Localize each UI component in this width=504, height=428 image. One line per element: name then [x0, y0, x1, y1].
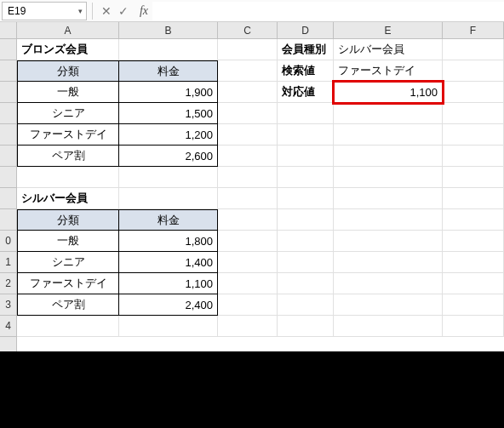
- silver-row-cat[interactable]: ペア割: [17, 294, 119, 316]
- select-all-corner[interactable]: [0, 22, 17, 39]
- cell[interactable]: [443, 209, 504, 231]
- cell[interactable]: [17, 167, 119, 188]
- lookup-key-searchvalue[interactable]: 検索値: [278, 60, 334, 82]
- row-header[interactable]: [0, 209, 16, 231]
- cell[interactable]: [119, 39, 218, 60]
- cell[interactable]: [278, 209, 334, 231]
- cell[interactable]: [443, 167, 504, 188]
- cell[interactable]: [218, 316, 278, 337]
- silver-row-price[interactable]: 1,100: [119, 273, 218, 294]
- col-header-E[interactable]: E: [334, 22, 443, 38]
- silver-row-cat[interactable]: ファーストデイ: [17, 273, 119, 294]
- name-box[interactable]: E19 ▾: [2, 2, 87, 20]
- cell[interactable]: [278, 252, 334, 273]
- row-header[interactable]: [0, 167, 16, 188]
- cell[interactable]: [278, 294, 334, 316]
- row-header[interactable]: 1: [0, 252, 16, 273]
- cell[interactable]: [278, 124, 334, 146]
- bronze-row-cat[interactable]: 一般: [17, 82, 119, 103]
- row-header[interactable]: [0, 146, 16, 167]
- cancel-icon[interactable]: ✕: [98, 3, 115, 20]
- col-header-category[interactable]: 分類: [17, 60, 119, 82]
- worksheet-grid[interactable]: ABCDEF 01234 ブロンズ会員分類料金一般1,900シニア1,500ファ…: [0, 22, 504, 351]
- lookup-key-membertype[interactable]: 会員種別: [278, 39, 334, 60]
- col-header-category[interactable]: 分類: [17, 209, 119, 231]
- silver-row-cat[interactable]: シニア: [17, 252, 119, 273]
- cell[interactable]: [334, 146, 443, 167]
- formula-input[interactable]: [152, 2, 504, 20]
- bronze-row-price[interactable]: 2,600: [119, 146, 218, 167]
- bronze-title[interactable]: ブロンズ会員: [17, 39, 119, 60]
- cell[interactable]: [443, 103, 504, 124]
- row-header[interactable]: [0, 103, 16, 124]
- col-header-A[interactable]: A: [17, 22, 119, 38]
- row-header[interactable]: 2: [0, 273, 16, 294]
- cell[interactable]: [443, 124, 504, 146]
- bronze-row-price[interactable]: 1,900: [119, 82, 218, 103]
- cell[interactable]: [443, 39, 504, 60]
- silver-row-price[interactable]: 2,400: [119, 294, 218, 316]
- cell[interactable]: [17, 316, 119, 337]
- bronze-row-cat[interactable]: ペア割: [17, 146, 119, 167]
- silver-title[interactable]: シルバー会員: [17, 188, 119, 209]
- bronze-row-cat[interactable]: シニア: [17, 103, 119, 124]
- cell[interactable]: [218, 60, 278, 82]
- cell[interactable]: [334, 167, 443, 188]
- fx-icon[interactable]: fx: [135, 3, 152, 20]
- cell[interactable]: [278, 188, 334, 209]
- cell[interactable]: [218, 124, 278, 146]
- bronze-row-cat[interactable]: ファーストデイ: [17, 124, 119, 146]
- cell[interactable]: [119, 167, 218, 188]
- lookup-val-searchvalue[interactable]: ファーストデイ: [334, 60, 443, 82]
- bronze-row-price[interactable]: 1,500: [119, 103, 218, 124]
- silver-row-price[interactable]: 1,800: [119, 231, 218, 252]
- cell[interactable]: [119, 316, 218, 337]
- cell[interactable]: [443, 273, 504, 294]
- cell[interactable]: [218, 82, 278, 103]
- cell[interactable]: [119, 188, 218, 209]
- cell[interactable]: [443, 231, 504, 252]
- row-header[interactable]: 3: [0, 294, 16, 316]
- lookup-key-result[interactable]: 対応値: [278, 82, 334, 103]
- silver-row-cat[interactable]: 一般: [17, 231, 119, 252]
- col-header-C[interactable]: C: [218, 22, 278, 38]
- row-header[interactable]: [0, 60, 16, 82]
- cell[interactable]: [334, 188, 443, 209]
- cell[interactable]: [443, 316, 504, 337]
- cell[interactable]: [443, 146, 504, 167]
- lookup-val-membertype[interactable]: シルバー会員: [334, 39, 443, 60]
- cell[interactable]: [218, 188, 278, 209]
- cell[interactable]: [334, 252, 443, 273]
- cell[interactable]: [218, 103, 278, 124]
- cell[interactable]: [278, 103, 334, 124]
- cell[interactable]: [443, 60, 504, 82]
- cell[interactable]: [334, 124, 443, 146]
- cell[interactable]: [334, 209, 443, 231]
- col-header-D[interactable]: D: [278, 22, 334, 38]
- row-header[interactable]: [0, 188, 16, 209]
- silver-row-price[interactable]: 1,400: [119, 252, 218, 273]
- cell[interactable]: [218, 167, 278, 188]
- col-header-B[interactable]: B: [119, 22, 218, 38]
- cell[interactable]: [278, 316, 334, 337]
- col-header-price[interactable]: 料金: [119, 209, 218, 231]
- cell[interactable]: [218, 231, 278, 252]
- cell[interactable]: [278, 167, 334, 188]
- cell[interactable]: [278, 273, 334, 294]
- cell[interactable]: [443, 252, 504, 273]
- cell[interactable]: [334, 103, 443, 124]
- lookup-val-result[interactable]: 1,100: [334, 82, 443, 103]
- cell[interactable]: [443, 82, 504, 103]
- cell[interactable]: [334, 231, 443, 252]
- enter-icon[interactable]: ✓: [115, 3, 132, 20]
- cell[interactable]: [443, 294, 504, 316]
- cell[interactable]: [218, 252, 278, 273]
- bronze-row-price[interactable]: 1,200: [119, 124, 218, 146]
- cells-area[interactable]: ブロンズ会員分類料金一般1,900シニア1,500ファーストデイ1,200ペア割…: [17, 39, 504, 351]
- cell[interactable]: [218, 209, 278, 231]
- col-header-F[interactable]: F: [443, 22, 504, 38]
- cell[interactable]: [334, 316, 443, 337]
- cell[interactable]: [278, 231, 334, 252]
- row-header[interactable]: 0: [0, 231, 16, 252]
- row-header[interactable]: [0, 124, 16, 146]
